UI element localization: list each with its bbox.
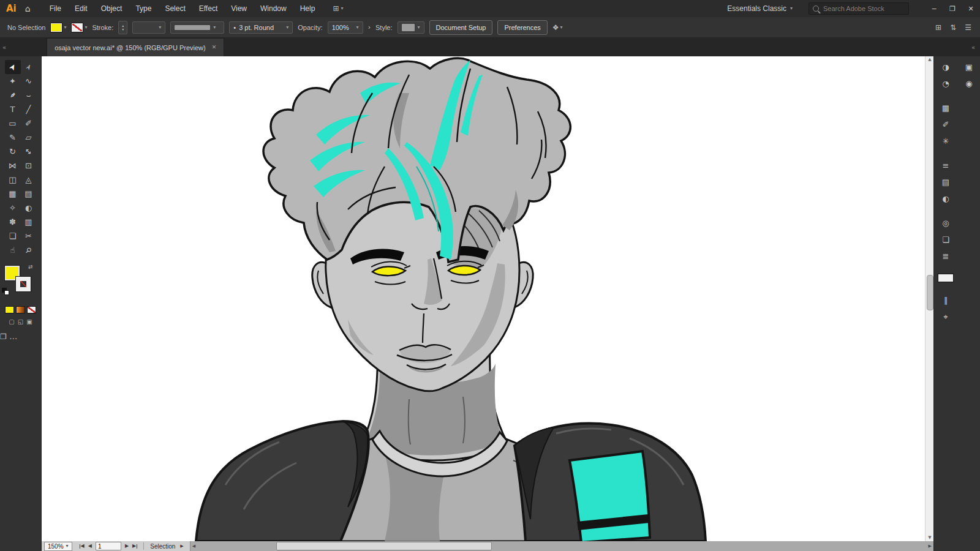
horizontal-scroll-thumb[interactable] xyxy=(276,542,492,550)
tool-scale[interactable]: ↔ xyxy=(21,144,37,159)
last-artboard-button[interactable]: ▶ xyxy=(132,544,137,549)
panel-appearance-icon[interactable]: ◎ xyxy=(938,215,954,231)
panel-adobe-stock-icon[interactable]: ◉ xyxy=(961,75,977,91)
artboard-number-field[interactable] xyxy=(96,542,121,550)
tool-paintbrush[interactable]: ✐ xyxy=(21,116,37,130)
tool-artboard[interactable]: ❏ xyxy=(5,229,21,243)
opacity-expand-icon[interactable]: › xyxy=(368,24,371,31)
artboard[interactable] xyxy=(42,56,925,541)
tool-eraser[interactable]: ▱ xyxy=(21,130,37,144)
scroll-left-icon[interactable]: ◀ xyxy=(192,541,195,551)
tool-mesh[interactable]: ▦ xyxy=(5,187,21,201)
tool-perspective-grid[interactable]: ◬ xyxy=(21,173,37,187)
panel-graphic-styles-icon[interactable]: ❏ xyxy=(938,231,954,247)
stroke-weight-stepper[interactable]: ▴ ▾ xyxy=(118,21,127,34)
tool-magic-wand[interactable]: ✦ xyxy=(5,74,21,88)
draw-behind-icon[interactable]: ◱ xyxy=(18,319,23,325)
home-icon[interactable]: ⌂ xyxy=(25,4,31,13)
none-button[interactable] xyxy=(27,306,36,313)
stroke-proxy[interactable] xyxy=(16,277,31,291)
next-artboard-button[interactable]: ▶ xyxy=(125,544,129,549)
panel-transparency-icon[interactable]: ◐ xyxy=(938,190,954,206)
collapse-panels-icon[interactable]: « xyxy=(971,45,980,56)
restore-button[interactable]: ❐ xyxy=(943,2,962,16)
close-button[interactable]: ✕ xyxy=(962,2,980,16)
scroll-right-icon[interactable]: ▶ xyxy=(929,541,932,551)
tab-close-icon[interactable]: ✕ xyxy=(212,45,217,50)
tool-rectangle[interactable]: ▭ xyxy=(5,116,21,130)
tool-lasso[interactable]: ∿ xyxy=(21,74,37,88)
panel-swatches-icon[interactable]: ▦ xyxy=(938,100,954,116)
tool-shape-builder[interactable]: ◫ xyxy=(5,173,21,187)
vertical-scrollbar[interactable]: ▲ ▼ xyxy=(925,56,933,541)
bar-menu-icon[interactable]: ☰ xyxy=(965,24,971,31)
workspace-switcher[interactable]: Essentials Classic ▾ xyxy=(727,4,793,13)
tool-blend[interactable]: ◐ xyxy=(21,201,37,215)
tool-direct-selection[interactable]: ➢ xyxy=(21,60,37,74)
draw-normal-icon[interactable]: ▢ xyxy=(9,319,14,325)
panel-transform-icon[interactable]: ⌖ xyxy=(938,309,954,324)
tool-slice[interactable]: ✂ xyxy=(21,229,37,243)
menu-file[interactable]: File xyxy=(43,1,68,16)
tool-width[interactable]: ⋈ xyxy=(5,159,21,173)
tool-gradient[interactable]: ▤ xyxy=(21,187,37,201)
tool-hand[interactable]: ☝ xyxy=(5,243,21,257)
tab-scroll-left-icon[interactable]: « xyxy=(0,45,9,56)
stroke-swatch[interactable]: ▾ xyxy=(71,23,87,32)
tool-zoom[interactable]: ⚲ xyxy=(21,243,37,257)
document-tab[interactable]: osaja vector new.ai* @ 150% (RGB/GPU Pre… xyxy=(47,38,224,56)
menu-object[interactable]: Object xyxy=(94,1,129,16)
panel-layers-icon[interactable]: ≣ xyxy=(938,248,954,264)
horizontal-scrollbar[interactable]: ◀ ▶ xyxy=(190,541,933,551)
arrange-documents-icon[interactable]: ⊞ ▾ xyxy=(333,5,343,12)
fill-swatch[interactable]: ▾ xyxy=(50,23,66,32)
brush-definition-combo[interactable]: • 3 pt. Round ▾ xyxy=(229,21,293,34)
panel-gradient-icon[interactable]: ▤ xyxy=(938,174,954,190)
menu-window[interactable]: Window xyxy=(254,1,293,16)
menu-view[interactable]: View xyxy=(224,1,254,16)
menu-help[interactable]: Help xyxy=(293,1,322,16)
tool-shaper[interactable]: ✎ xyxy=(5,130,21,144)
align-options[interactable]: ❖ ▾ xyxy=(552,24,563,31)
tool-eyedropper[interactable]: ✧ xyxy=(5,201,21,215)
opacity-combo[interactable]: 100% ▾ xyxy=(328,21,363,34)
color-button[interactable] xyxy=(5,306,14,313)
scroll-down-icon[interactable]: ▼ xyxy=(925,536,934,540)
panel-stroke-icon[interactable]: ≡ xyxy=(938,157,954,173)
gradient-button[interactable] xyxy=(16,306,25,313)
stroke-weight-combo[interactable]: ▾ xyxy=(132,21,165,34)
panel-color-guide-icon[interactable]: ◔ xyxy=(938,75,954,91)
menu-edit[interactable]: Edit xyxy=(68,1,94,16)
width-profile-combo[interactable]: ▾ xyxy=(170,21,224,34)
panel-align-icon[interactable]: ∥ xyxy=(938,292,954,308)
panel-symbols-icon[interactable]: ✳ xyxy=(938,133,954,149)
swap-fill-stroke-icon[interactable]: ⇄ xyxy=(28,264,33,270)
arrange-order-icon[interactable]: ⇅ xyxy=(950,24,956,31)
document-setup-button[interactable]: Document Setup xyxy=(429,20,493,35)
scroll-up-icon[interactable]: ▲ xyxy=(925,58,934,62)
illustrator-logo[interactable]: Ai xyxy=(6,4,17,13)
tool-line[interactable]: ╱ xyxy=(21,102,37,116)
tool-selection[interactable]: ➤ xyxy=(5,60,21,74)
panel-brushes-icon[interactable]: ✐ xyxy=(938,116,954,132)
tool-curvature[interactable]: ⌣ xyxy=(21,88,37,102)
draw-inside-icon[interactable]: ▣ xyxy=(26,319,32,325)
panel-grid-icon[interactable]: ⊞ xyxy=(935,24,941,31)
zoom-level-dropdown[interactable]: 150% ▾ xyxy=(44,542,72,551)
panel-cc-libraries-icon[interactable]: ▣ xyxy=(961,59,977,75)
vertical-scroll-thumb[interactable] xyxy=(927,275,933,310)
edit-toolbar-icon[interactable]: … xyxy=(9,332,18,340)
style-combo[interactable]: ▾ xyxy=(398,21,424,34)
menu-select[interactable]: Select xyxy=(158,1,192,16)
tool-pen[interactable]: ✒ xyxy=(5,88,21,102)
tool-column-graph[interactable]: ▥ xyxy=(21,215,37,229)
panel-color-icon[interactable]: ◑ xyxy=(938,59,954,75)
previous-artboard-button[interactable]: ◀ xyxy=(88,544,92,549)
tool-rotate[interactable]: ↻ xyxy=(5,144,21,159)
tool-symbol-sprayer[interactable]: ✽ xyxy=(5,215,21,229)
panel-current-swatch-icon[interactable] xyxy=(937,272,955,283)
tool-free-transform[interactable]: ⊡ xyxy=(21,159,37,173)
default-fill-stroke-icon[interactable] xyxy=(2,288,8,294)
preferences-button[interactable]: Preferences xyxy=(497,20,547,35)
screen-mode-icon[interactable]: ❐ xyxy=(0,333,7,340)
